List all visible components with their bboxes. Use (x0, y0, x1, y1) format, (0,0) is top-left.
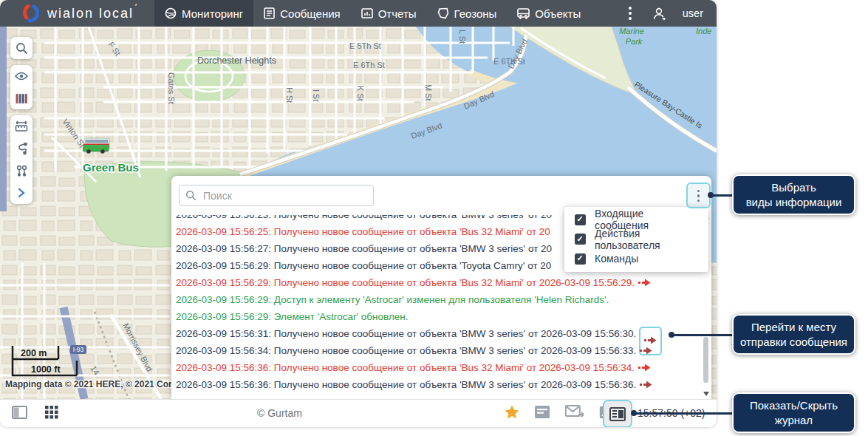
eye-icon (15, 71, 28, 81)
svg-text:E 5Th St: E 5Th St (349, 41, 381, 50)
header-right: user (624, 0, 717, 27)
tab-label: Геозоны (454, 7, 497, 20)
palette-view (10, 65, 33, 109)
search-icon (185, 190, 197, 201)
menu-item-label: Действия пользователя (595, 228, 698, 251)
svg-text:H St: H St (285, 87, 294, 103)
svg-text:Inde: Inde (696, 27, 711, 35)
scrollbar-thumb[interactable] (703, 337, 708, 383)
connector-line (710, 194, 732, 197)
globe-icon (165, 7, 177, 19)
chevron-right-icon (17, 188, 26, 198)
layers-icon (16, 93, 27, 104)
screenshot-stage: I-93 14 Dorchester Heights E 5Th St E 6T… (0, 0, 868, 436)
menu-item-label: Команды (595, 253, 638, 265)
callout-toggle-journal: Показать/Скрытьжурнал (732, 392, 855, 433)
clusters-button[interactable] (10, 160, 33, 182)
unit-label: Green Bus (83, 161, 139, 174)
wialon-logo: wialon local’ (0, 0, 154, 27)
apps-grid-icon[interactable] (45, 406, 58, 419)
wialon-app-window: I-93 14 Dorchester Heights E 5Th St E 6T… (0, 0, 717, 427)
expand-tools-button[interactable] (10, 182, 33, 204)
svg-text:K St: K St (356, 86, 365, 101)
svg-text:Marine: Marine (619, 27, 644, 35)
svg-text:Gates St: Gates St (167, 72, 176, 104)
svg-text:M St: M St (424, 84, 433, 101)
journal-icon[interactable] (609, 407, 626, 421)
tab-label: Отчеты (378, 7, 417, 20)
tab-reports[interactable]: Отчеты (351, 0, 427, 27)
messages-icon (264, 7, 275, 19)
user-icon[interactable] (652, 7, 666, 21)
checkbox-checked-icon[interactable] (575, 214, 586, 225)
copyright-label: © Gurtam (257, 407, 302, 419)
tab-label: Сообщения (280, 7, 340, 20)
log-search (179, 185, 374, 206)
notes-icon[interactable] (534, 405, 550, 419)
log-search-input[interactable] (202, 189, 367, 202)
reports-icon (361, 7, 373, 19)
log-entry: 2026-03-09 15:56:36: Получено новое сооб… (176, 359, 697, 376)
tab-label: Объекты (535, 7, 581, 20)
tab-units[interactable]: Объекты (507, 0, 591, 27)
panel-toggle-icon[interactable] (12, 406, 27, 419)
svg-text:I-93: I-93 (73, 346, 84, 353)
i93-shield: I-93 (70, 345, 86, 354)
top-navigation-bar: wialon local’ Мониторинг Сообщения Отчет… (0, 0, 717, 27)
menu-item-user-actions[interactable]: Действия пользователя (564, 230, 708, 250)
checkbox-checked-icon[interactable] (575, 234, 586, 245)
svg-text:L St: L St (458, 30, 467, 44)
menu-item-incoming-messages[interactable]: Входящие сообщения (564, 210, 708, 230)
menu-item-commands[interactable]: Команды (564, 249, 708, 269)
mail-forward-icon[interactable] (565, 405, 584, 419)
scroll-down-icon[interactable] (703, 392, 709, 396)
ruler-button[interactable] (10, 115, 33, 137)
search-icon (16, 42, 28, 55)
header-more-button[interactable] (624, 4, 636, 23)
callout-goto-message-location: Перейти к местуотправки сообщения (732, 314, 855, 355)
svg-text:I St: I St (312, 89, 321, 102)
log-entry: 2026-03-09 15:56:29: Получено новое сооб… (176, 274, 697, 291)
visibility-button[interactable] (10, 65, 33, 87)
routes-button[interactable] (10, 137, 33, 160)
tab-geofences[interactable]: Геозоны (427, 0, 508, 27)
palette-search (10, 37, 33, 59)
highway-strip (0, 27, 7, 211)
svg-text:E 6Th St: E 6Th St (353, 61, 385, 69)
tab-messages[interactable]: Сообщения (253, 0, 350, 27)
checkbox-checked-icon[interactable] (575, 253, 586, 265)
bottom-bar: © Gurtam 15:57:50 (+02) (0, 399, 717, 427)
star-icon[interactable] (505, 405, 519, 419)
route-icon (16, 143, 28, 155)
username-label[interactable]: user (683, 7, 703, 19)
info-types-dropdown: Входящие сообщения Действия пользователя… (564, 207, 708, 272)
log-entry: 2026-03-09 15:56:29: Доступ к элементу '… (176, 291, 697, 308)
map-layers-button[interactable] (10, 87, 33, 109)
callout-select-info-types: Выбратьвиды информации (732, 174, 855, 215)
log-entry: 2026-03-09 15:56:31: Получено новое сооб… (176, 325, 697, 342)
goto-message-location-icon[interactable] (640, 377, 652, 394)
tab-label: Мониторинг (182, 7, 243, 20)
svg-text:Park: Park (626, 37, 643, 46)
log-entry: 2026-03-09 15:56:29: Элемент 'Astrocar' … (176, 308, 697, 325)
goto-message-location-icon[interactable] (638, 360, 651, 377)
goto-message-location-icon[interactable] (638, 275, 651, 292)
main-tabs: Мониторинг Сообщения Отчеты Геозоны Объе… (154, 0, 591, 27)
scale-metric: 200 m (21, 348, 47, 358)
units-bus-icon (517, 8, 530, 19)
logo-wordmark: wialon local’ (47, 6, 134, 21)
palette-tools (10, 115, 33, 204)
map-search-button[interactable] (10, 37, 33, 59)
journal-toggle-highlight (603, 400, 632, 427)
clusters-icon (16, 165, 28, 177)
ruler-icon (15, 120, 28, 132)
log-entry: 2026-03-09 15:56:36: Получено новое сооб… (176, 376, 697, 393)
connector-line (671, 334, 732, 336)
wialon-logo-icon (22, 4, 41, 23)
connector-line (634, 412, 732, 415)
tab-monitoring[interactable]: Мониторинг (154, 0, 253, 27)
goto-message-location-icon[interactable] (640, 343, 652, 360)
log-entry: 2026-03-09 15:56:34: Получено новое сооб… (176, 342, 697, 359)
scale-imperial: 1000 ft (31, 364, 61, 375)
svg-text:Dorchester Heights: Dorchester Heights (197, 55, 276, 66)
